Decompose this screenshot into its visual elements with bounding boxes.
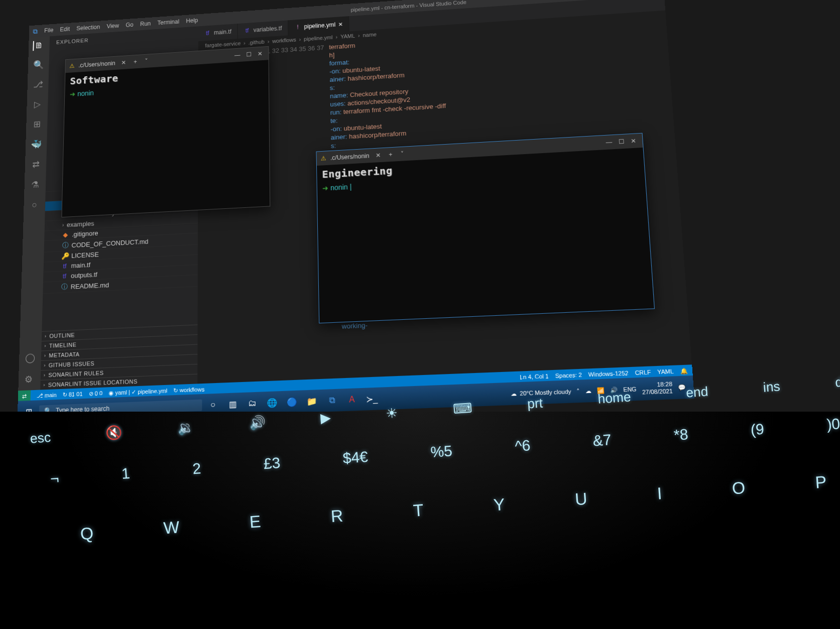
menu-run[interactable]: Run: [140, 20, 151, 27]
tf-icon: tf: [61, 272, 68, 280]
prompt-icon: ➜: [322, 184, 330, 192]
git-icon: ◆: [62, 231, 69, 238]
activity-extensions-icon[interactable]: ⊞: [33, 119, 41, 130]
activity-test-icon[interactable]: ⚗: [31, 179, 39, 190]
terminal-body[interactable]: Engineering ➜ nonin |: [317, 148, 654, 323]
activity-explorer-icon[interactable]: 🗎: [33, 41, 43, 51]
terminal-title: .c/Users/nonin: [78, 60, 115, 69]
menu-selection[interactable]: Selection: [76, 24, 100, 32]
activity-remote-icon[interactable]: ⇄: [32, 159, 40, 170]
dropdown-icon[interactable]: ˅: [398, 150, 406, 158]
terminal-body[interactable]: Software ➜ nonin: [62, 60, 270, 217]
status-branch[interactable]: ⎇ main: [37, 392, 57, 399]
terminal-title: .c/Users/nonin: [330, 152, 370, 161]
activity-search-icon[interactable]: 🔍: [33, 59, 44, 70]
terminal-software[interactable]: ⚠ .c/Users/nonin ✕ + ˅ ― ☐ ✕ Software ➜ …: [61, 46, 270, 217]
terminal-icon: ⚠: [69, 63, 75, 70]
menu-terminal[interactable]: Terminal: [157, 18, 179, 26]
prompt-text: nonin: [77, 89, 94, 97]
status-spaces[interactable]: Spaces: 2: [555, 371, 582, 379]
activity-settings-icon[interactable]: ⚙: [25, 373, 35, 385]
status-workflows[interactable]: ↻ workflows: [173, 386, 204, 394]
tf-icon: tf: [61, 262, 68, 270]
terminal-icon[interactable]: ≻_: [363, 390, 381, 408]
activity-docker-icon[interactable]: 🐳: [31, 139, 42, 150]
status-bell-icon[interactable]: 🔔: [680, 367, 688, 375]
tab-close-icon[interactable]: ✕: [119, 59, 128, 66]
menu-go[interactable]: Go: [126, 22, 133, 29]
md-icon: ⓘ: [62, 241, 69, 250]
terminal-icon: ⚠: [321, 155, 326, 162]
acrobat-icon[interactable]: A: [343, 391, 362, 408]
tab-close-icon[interactable]: ✕: [338, 21, 343, 28]
taskview-icon[interactable]: ▥: [224, 395, 242, 413]
window-maximize-icon[interactable]: ☐: [616, 138, 627, 146]
menu-file[interactable]: File: [44, 27, 54, 34]
vscode-logo-icon: ⧉: [33, 27, 38, 35]
status-problems[interactable]: ⊘ 0 0: [88, 390, 102, 397]
menu-help[interactable]: Help: [186, 17, 198, 25]
activity-github-icon[interactable]: ○: [32, 200, 37, 210]
md-icon: ⓘ: [61, 282, 68, 292]
window-minimize-icon[interactable]: ―: [604, 139, 615, 146]
vscode-icon[interactable]: ⧉: [323, 392, 341, 409]
status-sync[interactable]: ↻ 81 01: [63, 391, 83, 398]
tf-icon: tf: [244, 27, 251, 34]
status-yaml[interactable]: ◉ yaml | ✓ pipeline.yml: [108, 387, 167, 396]
menu-edit[interactable]: Edit: [60, 26, 70, 33]
window-close-icon[interactable]: ✕: [629, 137, 639, 145]
explorer-icon[interactable]: 🗂: [244, 395, 261, 412]
tab-close-icon[interactable]: ✕: [374, 152, 383, 159]
activity-debug-icon[interactable]: ▷: [34, 99, 41, 110]
window-minimize-icon[interactable]: ―: [232, 52, 243, 59]
new-tab-icon[interactable]: +: [132, 58, 139, 65]
edge-icon[interactable]: 🔵: [283, 393, 301, 411]
laptop-keyboard: esc🔇🔉🔊▶☀⌨prthomeendinsdel ¬12£3$4€%5^6&7…: [0, 412, 840, 629]
window-close-icon[interactable]: ✕: [256, 50, 265, 57]
license-icon: 🔑: [61, 252, 68, 260]
chrome-icon[interactable]: 🌐: [263, 394, 281, 411]
terminal-engineering[interactable]: ⚠ .c/Users/nonin ✕ + ˅ ― ☐ ✕ Engineering…: [316, 133, 655, 324]
prompt-text: nonin |: [330, 183, 352, 192]
cortana-icon[interactable]: ○: [204, 396, 221, 414]
activity-account-icon[interactable]: ◯: [25, 352, 35, 363]
folder-icon[interactable]: 📁: [303, 392, 321, 410]
dropdown-icon[interactable]: ˅: [143, 58, 150, 65]
status-eol[interactable]: CRLF: [635, 369, 651, 376]
status-encoding[interactable]: Windows-1252: [588, 370, 629, 378]
menu-view[interactable]: View: [106, 23, 119, 30]
window-maximize-icon[interactable]: ☐: [244, 51, 254, 58]
activity-git-icon[interactable]: ⎇: [33, 79, 43, 90]
tf-icon: tf: [204, 30, 211, 37]
status-ln[interactable]: Ln 4, Col 1: [520, 373, 549, 381]
prompt-icon: ➜: [70, 90, 78, 98]
new-tab-icon[interactable]: +: [387, 151, 395, 159]
status-lang[interactable]: YAML: [657, 368, 674, 375]
yml-icon: !: [294, 24, 301, 31]
